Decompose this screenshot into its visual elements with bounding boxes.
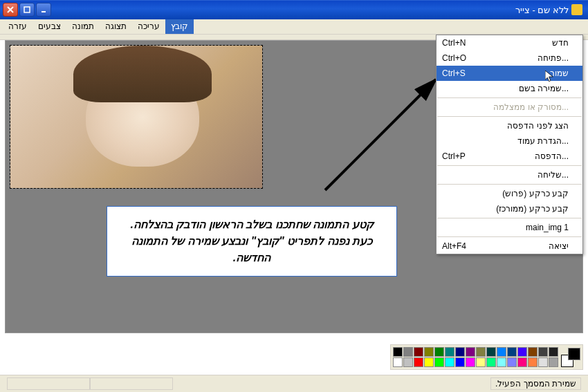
menu-item-shortcut: Ctrl+S: [442, 68, 466, 78]
menu-item-מסורקאוממצלמה: ...מסורק או ממצלמה: [437, 100, 582, 115]
minimize-button[interactable]: [36, 3, 51, 17]
color-swatch[interactable]: [393, 357, 403, 367]
svg-rect-0: [24, 7, 30, 12]
menu-separator: [437, 97, 582, 98]
menu-edit[interactable]: עריכה: [132, 19, 165, 34]
color-swatch[interactable]: [434, 347, 444, 357]
color-swatch[interactable]: [424, 347, 434, 357]
menubar: קובץ עריכה תצוגה תמונה צבעים עזרה: [0, 19, 588, 35]
color-swatch[interactable]: [486, 347, 496, 357]
statusbar: שמירת המסמך הפעיל.: [0, 375, 588, 392]
app-icon: [571, 4, 582, 15]
color-swatch[interactable]: [424, 357, 434, 367]
window-title: ללא שם - צייר: [515, 5, 569, 15]
fg-color: [568, 348, 580, 360]
color-swatch[interactable]: [466, 357, 475, 367]
color-swatch[interactable]: [434, 357, 444, 367]
menu-separator: [437, 116, 582, 117]
color-swatch[interactable]: [445, 347, 454, 357]
maximize-button[interactable]: [19, 3, 35, 17]
menu-item-שליחה[interactable]: ...שליחה: [437, 167, 582, 183]
color-swatch[interactable]: [497, 347, 506, 357]
menu-item-label: קבע כרקע (ממורכז): [496, 204, 569, 214]
color-swatch[interactable]: [517, 347, 527, 357]
menu-item-mainimg1[interactable]: main_img 1: [437, 220, 582, 235]
color-swatch[interactable]: [538, 357, 548, 367]
color-swatch[interactable]: [455, 347, 465, 357]
menu-item-label: הצג לפני הדפסה: [507, 121, 569, 131]
color-swatch[interactable]: [538, 347, 548, 357]
menu-item-shortcut: Alt+F4: [442, 241, 466, 251]
pasted-image-selection[interactable]: [10, 45, 263, 189]
menu-item-label: חדש: [552, 38, 569, 48]
menu-colors[interactable]: צבעים: [33, 19, 66, 34]
color-swatch[interactable]: [507, 357, 517, 367]
status-text: שמירת המסמך הפעיל.: [490, 377, 581, 390]
menu-separator: [437, 184, 582, 185]
menu-item-label: יציאה: [549, 241, 569, 251]
status-cell-2: [7, 377, 90, 390]
menu-item-יציאה[interactable]: יציאהAlt+F4: [437, 239, 582, 254]
menu-separator: [437, 218, 582, 218]
menu-item-label: ...מסורק או ממצלמה: [493, 102, 569, 112]
callout-text: קטע התמונה שחתכנו בשלב הראשון הודבק בהצל…: [130, 218, 373, 263]
color-swatch[interactable]: [549, 357, 558, 367]
menu-image[interactable]: תמונה: [66, 19, 100, 34]
menu-item-הצגלפניהדפסה[interactable]: הצג לפני הדפסה: [437, 118, 582, 133]
color-swatch[interactable]: [414, 357, 423, 367]
menu-item-label: שמור: [550, 68, 569, 78]
color-swatch[interactable]: [466, 347, 475, 357]
menu-item-שמירהבשם[interactable]: ...שמירה בשם: [437, 81, 582, 96]
menu-item-label: ...פתיחה: [538, 53, 569, 63]
color-swatch[interactable]: [528, 347, 538, 357]
instruction-callout: קטע התמונה שחתכנו בשלב הראשון הודבק בהצל…: [107, 206, 397, 277]
menu-item-label: ...הדפסה: [535, 151, 569, 161]
color-swatch[interactable]: [403, 347, 413, 357]
color-palette: [390, 344, 583, 370]
menu-separator: [437, 236, 582, 237]
color-swatch[interactable]: [486, 357, 496, 367]
color-swatch[interactable]: [403, 357, 413, 367]
color-swatch[interactable]: [507, 347, 517, 357]
color-swatch[interactable]: [549, 347, 558, 357]
file-menu-dropdown: חדשCtrl+N...פתיחהCtrl+OשמורCtrl+S...שמיר…: [436, 35, 583, 254]
menu-item-label: main_img 1: [526, 223, 569, 232]
color-swatch[interactable]: [476, 347, 486, 357]
color-swatch[interactable]: [393, 347, 403, 357]
color-swatch[interactable]: [528, 357, 538, 367]
window-controls: [3, 3, 51, 17]
menu-item-פתיחה[interactable]: ...פתיחהCtrl+O: [437, 50, 582, 66]
status-cell-1: [90, 377, 173, 390]
color-swatch[interactable]: [414, 347, 423, 357]
color-swatch[interactable]: [455, 357, 465, 367]
menu-item-shortcut: Ctrl+P: [442, 151, 466, 161]
menu-item-הדפסה[interactable]: ...הדפסהCtrl+P: [437, 149, 582, 164]
menu-item-label: ...שליחה: [538, 170, 569, 180]
menu-item-label: ...הגדרת עמוד: [517, 136, 569, 146]
menu-item-קבעכרקעממורכז[interactable]: קבע כרקע (ממורכז): [437, 201, 582, 216]
menu-item-שמור[interactable]: שמורCtrl+S: [437, 66, 582, 81]
menu-item-label: ...שמירה בשם: [519, 84, 569, 93]
menu-separator: [437, 165, 582, 166]
palette-grid: [393, 347, 558, 367]
menu-item-חדש[interactable]: חדשCtrl+N: [437, 35, 582, 50]
close-button[interactable]: [3, 3, 18, 17]
fg-bg-indicator[interactable]: [561, 348, 580, 367]
color-swatch[interactable]: [497, 357, 506, 367]
titlebar-title-area: ללא שם - צייר: [515, 4, 585, 15]
menu-view[interactable]: תצוגה: [100, 19, 132, 34]
titlebar: ללא שם - צייר: [0, 0, 588, 19]
menu-item-shortcut: Ctrl+N: [442, 38, 466, 48]
color-swatch[interactable]: [476, 357, 486, 367]
menu-item-קבעכרקעפרוש[interactable]: קבע כרקע (פרוש): [437, 186, 582, 201]
menu-item-shortcut: Ctrl+O: [442, 53, 466, 63]
menu-file[interactable]: קובץ: [165, 19, 194, 34]
menu-help[interactable]: עזרה: [3, 19, 33, 34]
color-swatch[interactable]: [445, 357, 454, 367]
color-swatch[interactable]: [517, 357, 527, 367]
portrait-image: [10, 46, 262, 188]
menu-item-הגדרתעמוד[interactable]: ...הגדרת עמוד: [437, 133, 582, 149]
menu-item-label: קבע כרקע (פרוש): [502, 189, 569, 198]
